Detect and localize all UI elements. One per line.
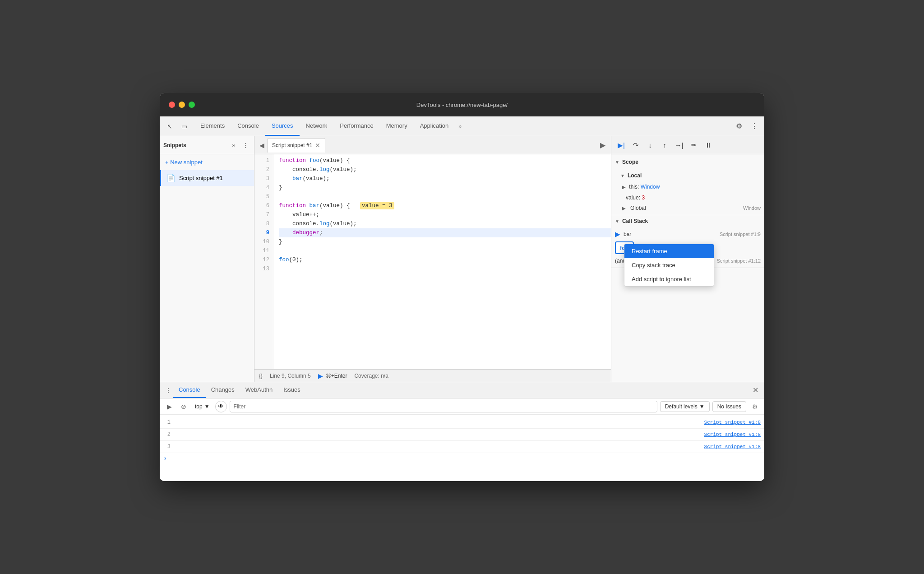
context-menu-add-to-ignore-list[interactable]: Add script to ignore list (624, 272, 714, 286)
global-item: ▶ Global Window (619, 203, 764, 213)
snippet-item-1[interactable]: 📄 Script snippet #1 (160, 170, 254, 186)
tab-application[interactable]: Application (414, 116, 455, 136)
default-levels-dropdown-icon: ▼ (699, 403, 705, 410)
maximize-button[interactable] (189, 102, 195, 108)
line-num-4: 4 (266, 183, 269, 192)
step-into-button[interactable]: ↓ (644, 139, 656, 152)
code-line-2: console.log(value); (279, 165, 611, 174)
snippet-icon: 📄 (166, 174, 176, 182)
context-menu-copy-stack-trace[interactable]: Copy stack trace (624, 258, 714, 272)
new-snippet-button[interactable]: + New snippet (160, 154, 254, 170)
devtools-window: DevTools - chrome://new-tab-page/ ↖ ▭ El… (160, 93, 764, 481)
tab-elements[interactable]: Elements (194, 116, 231, 136)
line-num-13: 13 (263, 264, 269, 273)
call-stack-title: Call Stack (622, 218, 648, 224)
title-bar-buttons (169, 102, 195, 108)
step-out-button[interactable]: ↑ (658, 139, 671, 152)
bottom-tabs-more-icon[interactable]: ⋮ (163, 385, 173, 395)
editor-tab-snippet[interactable]: Script snippet #1 ✕ (267, 138, 325, 153)
callstack-current-arrow-icon: ▶ (615, 231, 620, 238)
console-line-num-3: 3 (163, 442, 178, 452)
bottom-tab-webauthn[interactable]: WebAuthn (240, 382, 278, 398)
more-snippets-icon[interactable]: » (229, 140, 239, 150)
bottom-tabs: ⋮ Console Changes WebAuthn Issues ✕ (160, 382, 764, 398)
pause-on-exceptions-button[interactable]: ⏸ (702, 139, 714, 152)
editor-back-icon[interactable]: ◀ (256, 140, 267, 151)
callstack-bar-name: bar (624, 231, 716, 237)
console-settings-icon[interactable]: ⚙ (749, 401, 761, 412)
line-num-9: 9 (266, 228, 269, 237)
console-loc-2[interactable]: Script snippet #1:8 (704, 430, 761, 440)
local-section-header[interactable]: ▼ Local (619, 170, 764, 181)
console-row-3: 3 Script snippet #1:8 (160, 441, 764, 453)
local-arrow-icon: ▼ (620, 173, 625, 178)
bottom-tab-console[interactable]: Console (173, 382, 206, 398)
console-run-icon[interactable]: ▶ (163, 401, 175, 412)
editor-area: ◀ Script snippet #1 ✕ ▶ 1 2 3 4 5 6 7 8 … (254, 136, 611, 382)
console-prompt-icon: › (163, 455, 167, 462)
line-num-12: 12 (263, 255, 269, 264)
more-tabs-icon[interactable]: » (455, 123, 465, 130)
value-item: value: 3 (619, 192, 764, 203)
more-options-icon[interactable]: ⋮ (748, 120, 761, 133)
callstack-arrow-icon: ▼ (615, 219, 619, 224)
console-row-2: 2 Script snippet #1:8 (160, 429, 764, 441)
console-eye-icon[interactable]: 👁 (215, 401, 227, 412)
editor-tab-close-icon[interactable]: ✕ (315, 142, 320, 148)
tab-console[interactable]: Console (231, 116, 265, 136)
console-filter-input[interactable] (230, 401, 657, 412)
line-num-3: 3 (266, 174, 269, 183)
tab-performance[interactable]: Performance (333, 116, 379, 136)
step-over-button[interactable]: ↷ (629, 139, 642, 152)
local-title: Local (628, 172, 642, 179)
cursor-position: Line 9, Column 5 (270, 373, 311, 379)
code-line-11 (279, 246, 611, 255)
tab-memory[interactable]: Memory (380, 116, 414, 136)
tab-network[interactable]: Network (300, 116, 334, 136)
console-toolbar: ▶ ⊘ top ▼ 👁 Default levels ▼ No Issues ⚙ (160, 398, 764, 415)
minimize-button[interactable] (179, 102, 185, 108)
value-key: value: (626, 194, 640, 201)
resume-button[interactable]: ▶| (615, 139, 628, 152)
this-item: ▶ this: Window (619, 181, 764, 192)
settings-icon[interactable]: ⚙ (733, 120, 745, 133)
global-triangle-icon: ▶ (622, 206, 626, 211)
device-icon[interactable]: ▭ (178, 120, 190, 133)
title-bar: DevTools - chrome://new-tab-page/ (160, 93, 764, 116)
top-selector[interactable]: top ▼ (192, 403, 213, 411)
code-line-8: console.log(value); (279, 219, 611, 228)
cursor-icon[interactable]: ↖ (163, 120, 176, 133)
console-content: 1 Script snippet #1:8 2 Script snippet #… (160, 415, 764, 481)
bottom-tab-issues[interactable]: Issues (278, 382, 306, 398)
close-button[interactable] (169, 102, 175, 108)
tab-sources[interactable]: Sources (265, 116, 300, 136)
callstack-bar-item[interactable]: ▶ bar Script snippet #1:9 (611, 229, 764, 240)
call-stack-header[interactable]: ▼ Call Stack (611, 215, 764, 227)
console-block-icon[interactable]: ⊘ (178, 401, 189, 412)
default-levels-button[interactable]: Default levels ▼ (660, 401, 710, 412)
global-value: Window (743, 205, 761, 211)
scope-section-header[interactable]: ▼ Scope (611, 156, 764, 168)
line-num-6: 6 (266, 201, 269, 210)
bottom-close-icon[interactable]: ✕ (750, 385, 761, 396)
editor-run-icon[interactable]: ▶ (596, 139, 609, 152)
context-menu-wrapper: Restart frame Copy stack trace Add scrip… (624, 244, 714, 287)
no-issues-button[interactable]: No Issues (712, 401, 746, 412)
run-button[interactable]: ▶ ⌘+Enter (318, 372, 347, 380)
this-triangle-icon: ▶ (622, 185, 626, 190)
console-loc-3[interactable]: Script snippet #1:8 (704, 442, 761, 452)
bottom-tab-changes[interactable]: Changes (206, 382, 240, 398)
code-area[interactable]: function foo(value) { console.log(value)… (273, 154, 611, 369)
line-num-7: 7 (266, 210, 269, 219)
console-prompt-row[interactable]: › (160, 453, 764, 464)
deactivate-breakpoints-button[interactable]: ✏ (687, 139, 700, 152)
scope-content: ▼ Local ▶ this: Window value: 3 (611, 168, 764, 215)
line-num-8: 8 (266, 219, 269, 228)
scope-arrow-icon: ▼ (615, 160, 619, 165)
format-button[interactable]: {} (259, 373, 263, 379)
console-loc-1[interactable]: Script snippet #1:8 (704, 417, 761, 427)
sidebar-options-icon[interactable]: ⋮ (240, 140, 250, 150)
line-numbers: 1 2 3 4 5 6 7 8 9 10 11 12 13 (254, 154, 273, 369)
step-button[interactable]: →| (673, 139, 685, 152)
context-menu-restart-frame[interactable]: Restart frame (624, 244, 714, 258)
